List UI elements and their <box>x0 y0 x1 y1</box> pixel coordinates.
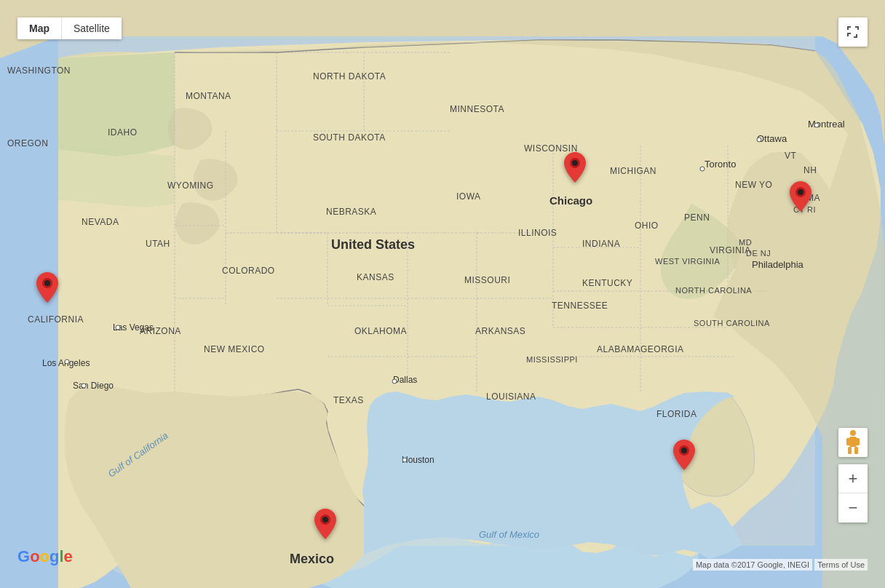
label-oklahoma: OKLAHOMA <box>354 326 407 336</box>
svg-text:Google: Google <box>17 547 73 565</box>
label-california: CALIFORNIA <box>28 314 84 325</box>
label-north-carolina: NORTH CAROLINA <box>675 286 752 295</box>
label-iowa: IOWA <box>456 191 481 202</box>
pin-chicago[interactable] <box>564 152 586 186</box>
svg-point-40 <box>572 160 578 166</box>
label-missouri: MISSOURI <box>464 275 510 285</box>
label-montana: MONTANA <box>186 91 231 101</box>
label-virginia: VIRGINIA <box>710 245 751 255</box>
label-penn: PENN <box>684 212 710 223</box>
svg-point-31 <box>850 430 856 436</box>
label-oregon: OREGON <box>7 138 48 148</box>
svg-point-44 <box>681 448 687 453</box>
label-alabama: ALABAMA <box>597 344 640 354</box>
pin-san-francisco[interactable] <box>36 272 58 306</box>
dot-san-diego <box>82 384 87 389</box>
svg-rect-34 <box>854 447 858 454</box>
label-new-york: NEW YO <box>735 180 772 190</box>
label-nevada: NEVADA <box>82 217 119 227</box>
label-utah: UTAH <box>146 239 170 249</box>
pin-new-york[interactable] <box>790 181 811 215</box>
label-illinois: ILLINOIS <box>518 228 557 238</box>
label-philadelphia-city: Philadelphia <box>752 259 803 270</box>
label-west-virginia: WEST VIRGINIA <box>655 257 720 266</box>
dot-las-vegas <box>116 325 121 330</box>
label-idaho: IDAHO <box>108 127 138 138</box>
zoom-out-button[interactable]: − <box>838 493 868 523</box>
svg-rect-33 <box>848 447 852 454</box>
label-kentucky: KENTUCKY <box>582 278 632 288</box>
dot-houston <box>402 458 408 463</box>
label-washington: WASHINGTON <box>7 65 71 76</box>
map-attribution: Map data ©2017 Google, INEGI <box>693 559 812 571</box>
label-minnesota: MINNESOTA <box>450 104 504 114</box>
map-button[interactable]: Map <box>17 17 62 39</box>
svg-point-46 <box>322 517 328 523</box>
label-south-dakota: SOUTH DAKOTA <box>313 132 386 143</box>
dot-ottawa <box>757 138 762 143</box>
google-logo: Google <box>17 546 76 571</box>
label-indiana: INDIANA <box>582 239 620 249</box>
label-nebraska: NEBRASKA <box>326 207 376 217</box>
dot-los-angeles <box>65 359 70 365</box>
svg-rect-36 <box>856 438 860 445</box>
dot-dallas <box>392 379 397 384</box>
svg-rect-35 <box>846 438 850 445</box>
terms-link[interactable]: Terms of Use <box>814 559 868 571</box>
pin-mexico[interactable] <box>314 509 336 542</box>
zoom-in-button[interactable]: + <box>838 464 868 493</box>
map-type-control: Map Satellite <box>17 17 122 39</box>
label-north-dakota: NORTH DAKOTA <box>313 71 386 82</box>
zoom-controls: + − <box>838 464 868 523</box>
label-tennessee: TENNESSEE <box>552 301 608 311</box>
fullscreen-button[interactable] <box>838 17 868 47</box>
label-chicago-city: Chicago <box>549 194 592 207</box>
satellite-button[interactable]: Satellite <box>62 17 122 39</box>
label-ohio: OHIO <box>635 220 659 231</box>
label-de-nj: DE NJ <box>746 249 771 258</box>
map-background <box>0 0 885 588</box>
label-toronto: Toronto <box>705 159 736 170</box>
svg-point-42 <box>798 189 803 195</box>
dot-montreal <box>814 123 819 128</box>
label-arkansas: ARKANSAS <box>475 326 525 336</box>
fullscreen-icon <box>846 25 860 39</box>
map-container: Map Satellite + − <box>0 0 885 588</box>
label-wyoming: WYOMING <box>167 180 214 191</box>
label-georgia: GEORGIA <box>640 344 684 354</box>
label-michigan: MICHIGAN <box>610 166 656 176</box>
label-nh: NH <box>803 165 817 175</box>
dot-toronto <box>700 167 705 172</box>
label-louisiana: LOUISIANA <box>486 392 536 402</box>
label-south-carolina: SOUTH CAROLINA <box>694 319 770 327</box>
label-colorado: COLORADO <box>222 266 275 276</box>
label-new-mexico: NEW MEXICO <box>204 344 265 354</box>
label-mexico: Mexico <box>290 552 334 567</box>
svg-point-38 <box>44 280 50 286</box>
pegman-icon <box>844 429 862 456</box>
label-texas: TEXAS <box>333 395 364 405</box>
pin-florida[interactable] <box>673 440 695 473</box>
label-florida: FLORIDA <box>656 409 697 419</box>
label-san-diego-city: San Diego <box>73 381 114 391</box>
pegman-button[interactable] <box>838 428 868 457</box>
svg-rect-32 <box>849 437 857 447</box>
label-kansas: KANSAS <box>357 272 394 282</box>
label-gulf-mexico: Gulf of Mexico <box>479 529 539 540</box>
label-md: MD <box>739 238 752 247</box>
label-vt: VT <box>785 151 796 161</box>
label-united-states: United States <box>331 237 415 253</box>
label-mississippi: MISSISSIPPI <box>526 355 578 364</box>
